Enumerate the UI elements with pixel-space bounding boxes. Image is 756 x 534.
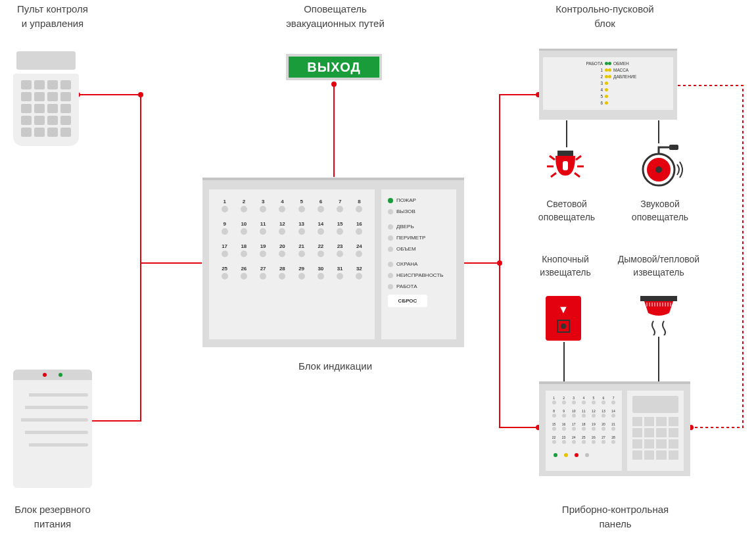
panel-zone: 17 [569, 422, 578, 433]
zone-indicator: 12 [273, 221, 291, 241]
svg-rect-19 [640, 296, 677, 301]
ctl-led-row: 5 [550, 94, 608, 99]
zone-indicator: 23 [331, 243, 349, 264]
panel-led [575, 453, 579, 457]
zone-indicator: 31 [331, 266, 349, 286]
status-row: ВЫЗОВ [388, 208, 450, 214]
zone-indicator: 21 [293, 243, 310, 264]
zone-indicator: 14 [312, 221, 329, 241]
keypad-label: Пульт контроляи управления [0, 2, 125, 31]
svg-line-11 [550, 156, 555, 160]
zone-indicator: 17 [216, 243, 233, 264]
zone-indicator: 8 [350, 199, 368, 219]
panel-zone: 5 [589, 396, 598, 407]
status-row: ОБЪЕМ [388, 246, 450, 252]
svg-rect-7 [557, 151, 573, 156]
zone-indicator: 27 [254, 266, 272, 286]
panel-led [564, 453, 568, 457]
zone-indicator: 19 [254, 243, 272, 264]
panel-zone: 15 [550, 422, 558, 433]
zone-indicator: 4 [273, 199, 291, 219]
zone-indicator: 15 [331, 221, 349, 241]
svg-point-4 [497, 260, 502, 266]
zone-indicator: 29 [293, 266, 310, 286]
zone-indicator: 30 [312, 266, 329, 286]
zone-indicator: 20 [273, 243, 291, 264]
smoke-detector-label: Дымовой/тепловойизвещатель [606, 253, 711, 279]
ctl-led-row: МАССА [608, 68, 667, 72]
light-notifier-label: Световойоповещатель [514, 197, 619, 224]
ctl-led-row: ОБМЕН [608, 61, 667, 66]
panel-led [585, 453, 589, 457]
sound-notifier-icon [632, 145, 685, 193]
control-launch-block: РАБОТА123456 ОБМЕНМАССАДАВЛЕНИЕ [539, 49, 677, 120]
zone-indicator: 24 [350, 243, 368, 264]
zone-indicator: 2 [235, 199, 252, 219]
ctl-led-row: 3 [550, 81, 608, 85]
button-detector-label: Кнопочныйизвещатель [513, 253, 618, 279]
zone-indicator: 9 [216, 221, 233, 241]
panel-zone: 13 [599, 409, 607, 420]
panel-zone: 25 [579, 435, 588, 447]
zone-indicator: 32 [350, 266, 368, 286]
reset-button[interactable]: СБРОС [388, 295, 427, 307]
panel-zone: 16 [559, 422, 568, 433]
zone-indicator: 26 [235, 266, 252, 286]
panel-zone: 28 [609, 435, 618, 447]
ctl-block-label: Контрольно-пусковойблок [532, 2, 677, 31]
panel-zone: 10 [569, 409, 578, 420]
status-row: ДВЕРЬ [388, 224, 450, 230]
smoke-detector-icon [638, 296, 680, 335]
ctl-led-row: РАБОТА [550, 61, 608, 66]
panel-zone: 7 [609, 396, 618, 407]
zone-indicator: 25 [216, 266, 233, 286]
panel-zone: 19 [589, 422, 598, 433]
panel-zone: 6 [599, 396, 607, 407]
panel-zone: 11 [579, 409, 588, 420]
indication-block-label: Блок индикации [263, 359, 408, 374]
status-row: НЕИСПРАВНОСТЬ [388, 272, 450, 278]
zone-indicator: 7 [331, 199, 349, 219]
zone-indicator: 6 [312, 199, 329, 219]
svg-point-2 [331, 82, 337, 87]
sound-notifier-label: Звуковойоповещатель [607, 197, 713, 224]
exit-sign: ВЫХОД [286, 54, 382, 80]
svg-rect-8 [563, 161, 568, 170]
panel-zone: 23 [559, 435, 568, 447]
status-row: ПОЖАР [388, 197, 450, 203]
svg-rect-18 [669, 145, 678, 150]
panel-zone: 9 [559, 409, 568, 420]
exit-sign-label: Оповещательэвакуационных путей [263, 2, 408, 31]
zone-indicator: 28 [273, 266, 291, 286]
panel-led [554, 453, 557, 457]
panel-zone: 24 [569, 435, 578, 447]
zone-indicator: 3 [254, 199, 272, 219]
ups-label: Блок резервногопитания [0, 502, 125, 531]
panel-zone: 26 [589, 435, 598, 447]
panel-zone: 20 [599, 422, 607, 433]
panel-zone: 18 [579, 422, 588, 433]
manual-call-point-icon: ▼ [546, 296, 581, 341]
svg-line-12 [576, 156, 581, 160]
panel-zone: 3 [569, 396, 578, 407]
svg-line-14 [575, 173, 580, 177]
indication-block: 1234567891011121314151617181920212223242… [202, 178, 464, 347]
panel-zone: 4 [579, 396, 588, 407]
zone-indicator: 11 [254, 221, 272, 241]
svg-line-13 [551, 173, 556, 177]
control-panel-device: 1234567891011121314151617181920212223242… [539, 381, 690, 476]
zone-indicator: 5 [293, 199, 310, 219]
zone-indicator: 18 [235, 243, 252, 264]
keypad-device [13, 51, 79, 150]
zone-indicator: 22 [312, 243, 329, 264]
zone-indicator: 16 [350, 221, 368, 241]
panel-zone: 22 [550, 435, 558, 447]
light-notifier-icon [539, 148, 592, 194]
zone-indicator: 10 [235, 221, 252, 241]
ctl-led-row: 6 [550, 101, 608, 105]
zone-indicator: 1 [216, 199, 233, 219]
panel-zone: 8 [550, 409, 558, 420]
ctl-led-row: ДАВЛЕНИЕ [608, 74, 667, 79]
status-row: ОХРАНА [388, 261, 450, 267]
panel-zone: 27 [599, 435, 607, 447]
